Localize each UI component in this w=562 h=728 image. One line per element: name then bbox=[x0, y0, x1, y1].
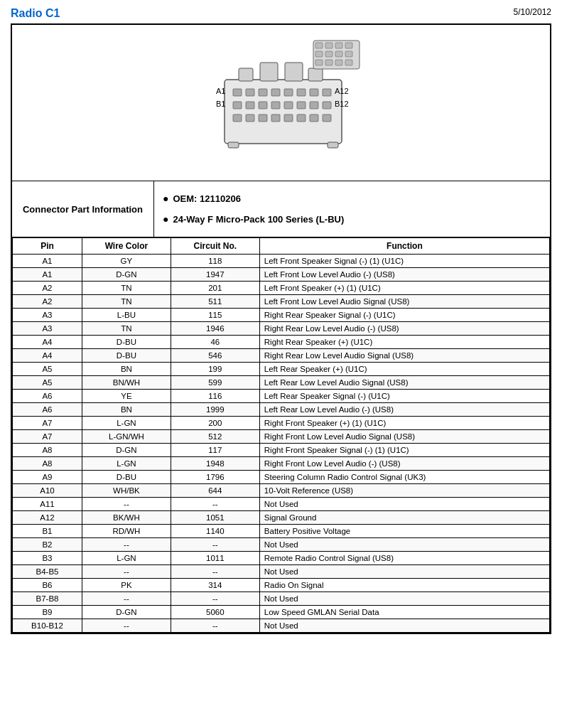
pin-table: Pin Wire Color Circuit No. Function A1GY… bbox=[12, 237, 550, 633]
table-row: B10-B12----Not Used bbox=[13, 619, 550, 633]
svg-rect-39 bbox=[345, 43, 352, 48]
cell-22-2: 1011 bbox=[171, 552, 259, 565]
cell-7-3: Right Rear Low Level Audio Signal (US8) bbox=[259, 349, 549, 363]
cell-7-1: D-BU bbox=[82, 349, 171, 363]
cell-3-1: TN bbox=[82, 295, 171, 309]
table-row: A6YE116Left Rear Speaker Signal (-) (U1C… bbox=[13, 390, 550, 403]
cell-25-2: -- bbox=[171, 592, 259, 606]
cell-3-2: 511 bbox=[171, 295, 259, 309]
svg-rect-11 bbox=[310, 89, 318, 96]
cell-16-0: A9 bbox=[13, 471, 82, 484]
cell-3-0: A2 bbox=[13, 295, 82, 309]
cell-24-3: Radio On Signal bbox=[259, 579, 549, 592]
svg-rect-38 bbox=[335, 43, 342, 48]
cell-10-3: Left Rear Speaker Signal (-) (U1C) bbox=[259, 390, 549, 403]
cell-23-2: -- bbox=[171, 565, 259, 579]
table-row: A12BK/WH1051Signal Ground bbox=[13, 511, 550, 525]
cell-21-0: B2 bbox=[13, 538, 82, 552]
svg-rect-10 bbox=[297, 89, 306, 96]
svg-rect-14 bbox=[246, 102, 254, 109]
table-row: A5BN199Left Rear Speaker (+) (U1C) bbox=[13, 363, 550, 376]
cell-15-1: L-GN bbox=[82, 457, 171, 471]
cell-21-1: -- bbox=[82, 538, 171, 552]
cell-0-1: GY bbox=[82, 255, 171, 268]
cell-11-0: A6 bbox=[13, 403, 82, 417]
svg-rect-2 bbox=[260, 63, 278, 81]
cell-12-0: A7 bbox=[13, 417, 82, 430]
cell-9-1: BN/WH bbox=[82, 376, 171, 390]
cell-0-0: A1 bbox=[13, 255, 82, 268]
cell-1-1: D-GN bbox=[82, 268, 171, 282]
cell-2-2: 201 bbox=[171, 282, 259, 295]
cell-25-1: -- bbox=[82, 592, 171, 606]
svg-rect-25 bbox=[284, 114, 293, 122]
cell-16-1: D-BU bbox=[82, 471, 171, 484]
cell-14-2: 117 bbox=[171, 444, 259, 457]
svg-rect-30 bbox=[328, 142, 338, 148]
svg-rect-20 bbox=[323, 102, 331, 109]
svg-rect-18 bbox=[297, 102, 306, 109]
cell-8-0: A5 bbox=[13, 363, 82, 376]
cell-5-0: A3 bbox=[13, 322, 82, 336]
cell-20-3: Battery Positive Voltage bbox=[259, 525, 549, 538]
cell-1-2: 1947 bbox=[171, 268, 259, 282]
cell-5-2: 1946 bbox=[171, 322, 259, 336]
svg-rect-29 bbox=[228, 142, 239, 148]
cell-25-0: B7-B8 bbox=[13, 592, 82, 606]
svg-rect-5 bbox=[233, 89, 242, 96]
svg-rect-12 bbox=[323, 89, 331, 96]
cell-10-0: A6 bbox=[13, 390, 82, 403]
svg-rect-22 bbox=[246, 114, 254, 122]
svg-rect-9 bbox=[284, 89, 293, 96]
cell-24-0: B6 bbox=[13, 579, 82, 592]
connector-info-label: Connector Part Information bbox=[12, 181, 154, 237]
cell-4-2: 115 bbox=[171, 309, 259, 322]
svg-rect-41 bbox=[325, 51, 333, 57]
cell-14-3: Right Front Speaker Signal (-) (1) (U1C) bbox=[259, 444, 549, 457]
cell-6-2: 46 bbox=[171, 336, 259, 349]
cell-26-2: 5060 bbox=[171, 606, 259, 619]
table-row: A9D-BU1796Steering Column Radio Control … bbox=[13, 471, 550, 484]
svg-text:B1: B1 bbox=[216, 100, 225, 108]
cell-11-3: Left Rear Low Level Audio (-) (US8) bbox=[259, 403, 549, 417]
cell-2-1: TN bbox=[82, 282, 171, 295]
cell-1-0: A1 bbox=[13, 268, 82, 282]
table-row: A8D-GN117Right Front Speaker Signal (-) … bbox=[13, 444, 550, 457]
cell-18-2: -- bbox=[171, 498, 259, 511]
svg-rect-36 bbox=[315, 43, 323, 48]
cell-25-3: Not Used bbox=[259, 592, 549, 606]
table-row: B9D-GN5060Low Speed GMLAN Serial Data bbox=[13, 606, 550, 619]
svg-rect-4 bbox=[308, 68, 323, 81]
table-row: A4D-BU46Right Rear Speaker (+) (U1C) bbox=[13, 336, 550, 349]
cell-16-2: 1796 bbox=[171, 471, 259, 484]
cell-16-3: Steering Column Radio Control Signal (UK… bbox=[259, 471, 549, 484]
cell-23-3: Not Used bbox=[259, 565, 549, 579]
connector-svg: A1 A12 B1 B12 bbox=[189, 37, 374, 168]
svg-rect-26 bbox=[297, 114, 306, 122]
table-row: A3TN1946Right Rear Low Level Audio (-) (… bbox=[13, 322, 550, 336]
cell-26-0: B9 bbox=[13, 606, 82, 619]
svg-rect-44 bbox=[315, 60, 323, 65]
svg-rect-23 bbox=[259, 114, 267, 122]
svg-rect-3 bbox=[285, 63, 303, 81]
svg-rect-28 bbox=[323, 114, 331, 122]
cell-7-0: A4 bbox=[13, 349, 82, 363]
table-row: A10WH/BK64410-Volt Reference (US8) bbox=[13, 484, 550, 498]
page-date: 5/10/2012 bbox=[514, 7, 551, 17]
cell-17-3: 10-Volt Reference (US8) bbox=[259, 484, 549, 498]
table-row: A2TN511Left Front Low Level Audio Signal… bbox=[13, 295, 550, 309]
table-row: A7L-GN200Right Front Speaker (+) (1) (U1… bbox=[13, 417, 550, 430]
svg-text:B12: B12 bbox=[335, 100, 349, 108]
cell-15-0: A8 bbox=[13, 457, 82, 471]
cell-19-1: BK/WH bbox=[82, 511, 171, 525]
cell-19-0: A12 bbox=[13, 511, 82, 525]
table-row: A1GY118Left Front Speaker Signal (-) (1)… bbox=[13, 255, 550, 268]
connector-diagram-section: A1 A12 B1 B12 bbox=[12, 25, 550, 181]
cell-22-0: B3 bbox=[13, 552, 82, 565]
table-row: A7L-GN/WH512Right Front Low Level Audio … bbox=[13, 430, 550, 444]
cell-2-3: Left Front Speaker (+) (1) (U1C) bbox=[259, 282, 549, 295]
svg-rect-17 bbox=[284, 102, 293, 109]
cell-21-2: -- bbox=[171, 538, 259, 552]
cell-26-1: D-GN bbox=[82, 606, 171, 619]
table-row: A8L-GN1948Right Front Low Level Audio (-… bbox=[13, 457, 550, 471]
